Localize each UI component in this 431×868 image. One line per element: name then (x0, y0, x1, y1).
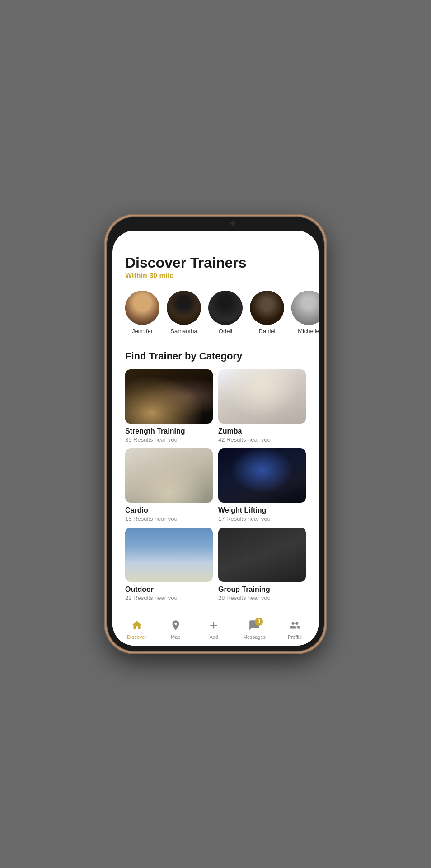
category-photo-zumba (218, 369, 306, 424)
tab-discover[interactable]: Discover (122, 617, 151, 642)
trainer-item-daniel[interactable]: Daniel (250, 291, 284, 335)
profile-icon (289, 619, 301, 633)
trainer-photo-samantha (167, 291, 201, 325)
trainer-name-jennifer: Jennifer (132, 328, 153, 335)
category-item-outdoor[interactable]: Outdoor 22 Results near you (125, 528, 213, 601)
category-photo-group (218, 528, 306, 582)
trainer-name-daniel: Daniel (259, 328, 276, 335)
tab-label-profile: Profile (288, 634, 302, 640)
category-photo-weightlifting (218, 448, 306, 503)
phone-notch (186, 217, 245, 230)
category-item-weightlifting[interactable]: Weight Lifting 17 Results near you (218, 448, 306, 522)
category-name-outdoor: Outdoor (125, 585, 213, 594)
category-item-strength[interactable]: Strength Training 35 Results near you (125, 369, 213, 443)
trainer-avatar-daniel (250, 291, 284, 325)
trainer-avatar-odell (208, 291, 243, 325)
trainer-avatar-jennifer (125, 291, 159, 325)
trainer-item-odell[interactable]: Odell (208, 291, 243, 335)
phone-frame: Discover Trainers Within 30 mile Jennife… (107, 217, 324, 651)
tab-label-map: Map (171, 634, 180, 640)
category-name-strength: Strength Training (125, 427, 213, 435)
add-icon (208, 619, 220, 633)
trainer-name-odell: Odell (219, 328, 232, 335)
category-image-outdoor (125, 528, 213, 582)
category-name-zumba: Zumba (218, 427, 306, 435)
home-icon (131, 619, 143, 633)
category-count-weightlifting: 17 Results near you (218, 515, 306, 522)
category-count-zumba: 42 Results near you (218, 436, 306, 443)
trainer-photo-daniel (250, 291, 284, 325)
category-name-group: Group Training (218, 585, 306, 594)
trainers-scroll[interactable]: Jennifer Samantha Odell (112, 284, 319, 341)
page-title: Discover Trainers (125, 255, 306, 271)
category-count-strength: 35 Results near you (125, 436, 213, 443)
category-image-weightlifting (218, 448, 306, 503)
tab-bar: Discover Map Add (112, 613, 319, 646)
tab-map[interactable]: Map (162, 617, 189, 642)
category-count-cardio: 15 Results near you (125, 515, 213, 522)
trainer-name-michelle: Michelle (298, 328, 319, 335)
trainer-item-jennifer[interactable]: Jennifer (125, 291, 159, 335)
category-section-title: Find Trainer by Category (125, 350, 306, 362)
category-item-group[interactable]: Group Training 28 Results near you (218, 528, 306, 601)
trainer-avatar-michelle (291, 291, 319, 325)
location-subtitle: Within 30 mile (125, 272, 306, 280)
trainer-photo-odell (208, 291, 243, 325)
category-photo-cardio (125, 448, 213, 503)
map-icon (170, 619, 182, 633)
category-photo-outdoor (125, 528, 213, 582)
tab-label-add: Add (210, 634, 219, 640)
category-grid: Strength Training 35 Results near you Zu… (125, 369, 306, 601)
category-image-cardio (125, 448, 213, 503)
category-image-group (218, 528, 306, 582)
category-image-strength (125, 369, 213, 424)
phone-screen: Discover Trainers Within 30 mile Jennife… (112, 231, 319, 646)
messages-badge: 3 (255, 618, 263, 626)
trainer-photo-jennifer (125, 291, 159, 325)
category-item-cardio[interactable]: Cardio 15 Results near you (125, 448, 213, 522)
tab-messages[interactable]: 3 Messages (239, 617, 270, 642)
category-section: Find Trainer by Category Strength Traini… (112, 341, 319, 610)
tab-profile[interactable]: Profile (281, 617, 309, 642)
scroll-content[interactable]: Discover Trainers Within 30 mile Jennife… (112, 231, 319, 613)
category-item-zumba[interactable]: Zumba 42 Results near you (218, 369, 306, 443)
camera-icon (230, 221, 235, 226)
category-count-group: 28 Results near you (218, 594, 306, 601)
category-photo-strength (125, 369, 213, 424)
category-name-weightlifting: Weight Lifting (218, 506, 306, 514)
trainer-item-michelle[interactable]: Michelle (291, 291, 319, 335)
trainer-avatar-samantha (167, 291, 201, 325)
trainer-name-samantha: Samantha (170, 328, 197, 335)
header-section: Discover Trainers Within 30 mile (112, 248, 319, 284)
trainer-item-samantha[interactable]: Samantha (167, 291, 201, 335)
messages-icon: 3 (248, 619, 260, 633)
tab-label-discover: Discover (127, 634, 146, 640)
category-image-zumba (218, 369, 306, 424)
tab-label-messages: Messages (243, 634, 266, 640)
tab-add[interactable]: Add (200, 617, 227, 642)
trainer-photo-michelle (291, 291, 319, 325)
category-count-outdoor: 22 Results near you (125, 594, 213, 601)
category-name-cardio: Cardio (125, 506, 213, 514)
